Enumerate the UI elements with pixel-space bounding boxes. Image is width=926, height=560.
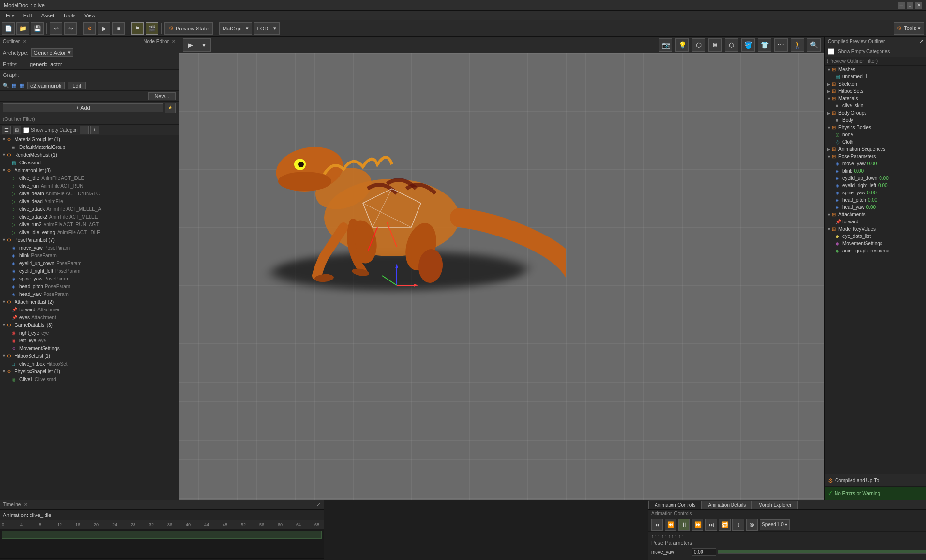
tree-item-28[interactable]: ⚙MovementSettings	[0, 344, 179, 352]
matgrp-dropdown[interactable]: MatGrp: ▾	[219, 22, 252, 35]
tree-item-6[interactable]: ▷clive_idleAnimFile ACT_IDLE	[0, 174, 179, 182]
rtree-item-25[interactable]: ◆anim_graph_resource	[825, 247, 926, 254]
viewport-paint-btn[interactable]: 🪣	[741, 38, 755, 52]
filter-icon-btn-2[interactable]: ⊞	[13, 126, 21, 134]
pose-params-title[interactable]: Pose Parameters	[651, 540, 926, 545]
rtree-item-11[interactable]: ▶⊞Animation Sequences	[825, 146, 926, 153]
timeline-ruler[interactable]: 048121620242832364044485256606468727680	[0, 520, 324, 529]
viewport-dropdown-btn[interactable]: ▾	[197, 38, 210, 52]
viewport-3d-btn[interactable]: ⬡	[725, 38, 738, 52]
toolbar-save-btn[interactable]: 💾	[31, 22, 44, 35]
viewport-mesh-btn[interactable]: ⋯	[774, 38, 788, 52]
pose-param-input-move-yaw[interactable]	[692, 548, 716, 556]
node-editor-tab[interactable]: Node Editor ✕	[143, 39, 176, 44]
anim-tab-morph[interactable]: Morph Explorer	[752, 501, 797, 509]
filter-btn-plus[interactable]: +	[90, 126, 99, 134]
viewport-figure-btn[interactable]: 🚶	[791, 38, 804, 52]
toolbar-run-btn[interactable]: ▶	[98, 22, 110, 35]
rtree-item-0[interactable]: ▼⊞Meshes	[825, 66, 926, 73]
tree-item-8[interactable]: ▷clive_deathAnimFile ACT_DYINGTC	[0, 190, 179, 197]
anim-extra-btn1[interactable]: ⊗	[746, 519, 758, 531]
timeline-scroll-bar[interactable]	[0, 558, 324, 560]
rtree-item-6[interactable]: ▶⊞Body Groups	[825, 109, 926, 117]
play-next-frame-btn[interactable]: ⏩	[692, 519, 703, 531]
tree-item-18[interactable]: ◈eyelid_right_leftPoseParam	[0, 267, 179, 275]
rtree-item-21[interactable]: 📌forward	[825, 218, 926, 225]
rtree-item-23[interactable]: ◆eye_data_list	[825, 233, 926, 240]
tree-item-27[interactable]: ◉left_eyeeye	[0, 337, 179, 344]
viewport-play-btn[interactable]: ▶	[183, 38, 197, 52]
tree-item-10[interactable]: ▷clive_attackAnimFile ACT_MELEE_A	[0, 205, 179, 213]
show-empty-categories-checkbox[interactable]	[23, 127, 29, 133]
viewport-camera-btn[interactable]: 📷	[659, 38, 672, 52]
play-to-start-btn[interactable]: ⏮	[651, 519, 663, 531]
rtree-item-7[interactable]: ■Body	[825, 117, 926, 124]
toolbar-game-btn[interactable]: ⚑	[131, 22, 144, 35]
tree-item-24[interactable]: 📌eyesAttachment	[0, 313, 179, 321]
viewport-shirt-btn[interactable]: 👕	[758, 38, 771, 52]
tree-item-21[interactable]: ◈head_yawPoseParam	[0, 290, 179, 298]
rtree-item-4[interactable]: ▼⊞Materials	[825, 95, 926, 102]
toolbar-anim-btn[interactable]: 🎬	[146, 22, 158, 35]
anim-tab-controls[interactable]: Animation Controls	[648, 501, 702, 509]
rtree-item-8[interactable]: ▼⊞Physics Bodies	[825, 124, 926, 131]
new-btn[interactable]: New...	[148, 92, 176, 100]
rtree-item-2[interactable]: ▶⊞Skeleton	[825, 80, 926, 88]
viewport-cube-btn[interactable]: ⬡	[692, 38, 705, 52]
tree-item-5[interactable]: ▼⚙AnimationList (8)	[0, 166, 179, 174]
tree-item-23[interactable]: 📌forwardAttachment	[0, 306, 179, 313]
menu-tools[interactable]: Tools	[59, 12, 79, 19]
vmgraph-edit-btn[interactable]: Edit	[68, 82, 86, 89]
tree-item-19[interactable]: ◈spine_yawPoseParam	[0, 275, 179, 282]
play-to-end-btn[interactable]: ⏭	[705, 519, 717, 531]
outliner-tree[interactable]: ▼⚙MaterialGroupList (1) ■DefaultMaterial…	[0, 135, 179, 500]
vmgraph-file[interactable]: e2.vanmgrph	[27, 82, 65, 89]
preview-state-button[interactable]: ⚙ Preview State	[164, 22, 213, 35]
anim-tab-details[interactable]: Animation Details	[702, 501, 752, 509]
tree-item-15[interactable]: ◈move_yawPoseParam	[0, 244, 179, 251]
tree-item-3[interactable]: ▼⚙RenderMeshList (1)	[0, 151, 179, 159]
viewport[interactable]	[179, 53, 824, 500]
maximize-button[interactable]: □	[907, 2, 913, 9]
show-empty-checkbox-right[interactable]	[828, 48, 834, 55]
toolbar-undo-btn[interactable]: ↩	[50, 22, 62, 35]
rtree-item-10[interactable]: ◎Cloth	[825, 138, 926, 146]
tree-item-2[interactable]: ■DefaultMaterialGroup	[0, 143, 179, 151]
menu-asset[interactable]: Asset	[37, 12, 59, 19]
rtree-item-12[interactable]: ▼⊞Pose Parameters	[825, 153, 926, 160]
rtree-item-1[interactable]: ▤unnamed_1	[825, 73, 926, 80]
tree-item-29[interactable]: ▼⚙HitboxSetList (1)	[0, 352, 179, 360]
toolbar-redo-btn[interactable]: ↪	[64, 22, 77, 35]
rtree-item-20[interactable]: ▼⊞Attachments	[825, 211, 926, 218]
play-prev-frame-btn[interactable]: ⏪	[665, 519, 676, 531]
tree-item-4[interactable]: ▤Clive.smd	[0, 159, 179, 166]
tree-item-30[interactable]: □clive_hitboxHitboxSet	[0, 360, 179, 368]
toolbar-new-btn[interactable]: 📄	[2, 22, 15, 35]
tree-item-1[interactable]: ▼⚙MaterialGroupList (1)	[0, 135, 179, 143]
toolbar-stop-btn[interactable]: ■	[112, 22, 125, 35]
tree-item-20[interactable]: ◈head_pitchPoseParam	[0, 282, 179, 290]
node-editor-tab-close[interactable]: ✕	[172, 39, 176, 44]
timeline-track[interactable]	[0, 529, 324, 558]
toolbar-compile-btn[interactable]: ⚙	[83, 22, 96, 35]
timeline-tab[interactable]: Timeline ✕	[3, 502, 28, 507]
tree-item-11[interactable]: ▷clive_attack2AnimFile ACT_MELEE	[0, 213, 179, 221]
tree-item-32[interactable]: ◎Clive1Clive.smd	[0, 375, 179, 383]
right-tree[interactable]: ▼⊞Meshes ▤unnamed_1▶⊞Skeleton▶⊞Hitbox Se…	[825, 66, 926, 474]
menu-view[interactable]: View	[80, 12, 100, 19]
tree-item-9[interactable]: ▷clive_deadAnimFile	[0, 197, 179, 205]
bounce-btn[interactable]: ↕	[732, 519, 744, 531]
tree-item-16[interactable]: ◈blinkPoseParam	[0, 251, 179, 259]
tree-item-22[interactable]: ▼⚙AttachmentList (2)	[0, 298, 179, 306]
archetype-dropdown[interactable]: Generic Actor ▾	[31, 48, 74, 57]
timeline-tab-close[interactable]: ✕	[24, 502, 28, 507]
outliner-tab-close[interactable]: ✕	[23, 39, 27, 44]
star-button[interactable]: ★	[165, 103, 176, 113]
pause-btn[interactable]: ⏸	[678, 519, 690, 531]
rtree-item-24[interactable]: ◆MovementSettings	[825, 240, 926, 247]
right-panel-expand-icon[interactable]: ⤢	[919, 39, 923, 44]
menu-file[interactable]: File	[2, 12, 18, 19]
speed-dropdown[interactable]: Speed 1.0 ▾	[760, 519, 790, 530]
tree-item-25[interactable]: ▼⚙GameDataList (3)	[0, 321, 179, 329]
tree-item-17[interactable]: ◈eyelid_up_downPoseParam	[0, 259, 179, 267]
